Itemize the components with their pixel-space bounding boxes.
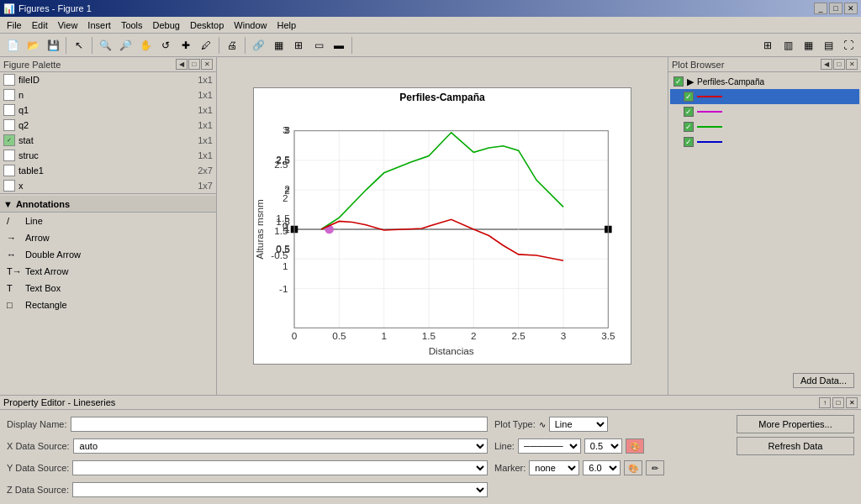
annotation-item-double-arrow[interactable]: ↔Double Arrow — [0, 246, 216, 263]
menu-insert[interactable]: Insert — [82, 19, 116, 31]
var-row-table1[interactable]: table12x7 — [0, 163, 216, 178]
marker-size-select[interactable]: 6.0 8.0 10.0 — [583, 460, 621, 475]
annotations-label: Annotations — [16, 199, 70, 209]
pb-checkbox-4[interactable]: ✓ — [684, 137, 694, 147]
menu-view[interactable]: View — [53, 19, 83, 31]
close-button[interactable]: ✕ — [844, 3, 858, 14]
plot-type-select[interactable]: Line — [549, 417, 608, 432]
plot-browser-controls: ◀ □ ✕ — [821, 59, 858, 70]
pb-checkbox-3[interactable]: ✓ — [684, 122, 694, 132]
prop-undock-btn[interactable]: ↑ — [819, 397, 831, 408]
pb-item-folder[interactable]: ✓ ▶ Perfiles-Campaña — [670, 74, 859, 89]
frame-button[interactable]: ▭ — [309, 36, 328, 55]
svg-text:2.5: 2.5 — [512, 330, 526, 341]
menu-file[interactable]: File — [2, 19, 27, 31]
marker-edge-color-button[interactable]: ✏ — [646, 460, 664, 475]
toolbar-sep-1 — [66, 37, 66, 54]
annotation-item-line[interactable]: /Line — [0, 213, 216, 229]
annotation-icon: → — [7, 233, 20, 243]
palette-dock-btn[interactable]: ◀ — [176, 59, 188, 70]
zoom-in-button[interactable]: 🔍 — [96, 36, 114, 55]
annotation-item-rectangle[interactable]: □Rectangle — [0, 297, 216, 313]
rotate-button[interactable]: ↺ — [156, 36, 175, 55]
menu-edit[interactable]: Edit — [27, 19, 53, 31]
palette-close-btn[interactable]: ✕ — [201, 59, 213, 70]
grid2-button[interactable]: ▦ — [269, 36, 288, 55]
menu-help[interactable]: Help — [272, 19, 301, 31]
xdata-select[interactable]: auto — [73, 438, 488, 454]
marker-face-color-button[interactable]: 🎨 — [624, 460, 642, 475]
var-row-fileID[interactable]: fileID1x1 — [0, 72, 216, 87]
pb-checkbox-0[interactable]: ✓ — [673, 76, 684, 87]
layout2-button[interactable]: ▥ — [779, 36, 797, 55]
annotations-header[interactable]: ▼ Annotations — [0, 196, 216, 213]
var-row-x[interactable]: x1x7 — [0, 178, 216, 193]
menu-debug[interactable]: Debug — [148, 19, 185, 31]
pb-dock-btn[interactable]: ◀ — [821, 59, 832, 70]
new-button[interactable]: 📄 — [3, 36, 22, 55]
annotation-label: Text Box — [25, 283, 61, 293]
pb-checkbox-1[interactable]: ✓ — [684, 92, 694, 102]
cursor-tool[interactable]: ↖ — [70, 36, 88, 55]
maximize-button[interactable]: □ — [829, 3, 843, 14]
pan-button[interactable]: ✋ — [136, 36, 155, 55]
figure-palette: Figure Palette ◀ □ ✕ fileID1x1n1x1q11x1q… — [0, 57, 217, 395]
plot-type-label: Plot Type: — [494, 419, 536, 429]
menu-desktop[interactable]: Desktop — [185, 19, 229, 31]
var-name-label: table1 — [18, 165, 194, 176]
annotation-item-text-box[interactable]: TText Box — [0, 280, 216, 297]
ydata-select[interactable] — [72, 460, 488, 475]
line-style-select[interactable]: ────── - - - - ········ -·-·-· — [518, 438, 581, 454]
pb-checkbox-2[interactable]: ✓ — [684, 107, 694, 117]
data-cursor-button[interactable]: ✚ — [177, 36, 195, 55]
prop-left-col: Display Name: X Data Source: auto Y Data… — [7, 415, 488, 499]
var-row-q2[interactable]: q21x1 — [0, 118, 216, 133]
svg-text:-0.5: -0.5 — [271, 249, 288, 260]
more-properties-button[interactable]: More Properties... — [737, 415, 854, 433]
svg-text:1: 1 — [381, 330, 387, 341]
add-data-button[interactable]: Add Data... — [793, 373, 854, 388]
pb-item-2[interactable]: ✓ — [670, 119, 859, 134]
var-row-q1[interactable]: q11x1 — [0, 102, 216, 118]
pb-close-btn[interactable]: ✕ — [846, 59, 858, 70]
brush-button[interactable]: 🖊 — [197, 36, 215, 55]
prop-close-btn[interactable]: ✕ — [846, 397, 858, 408]
box-button[interactable]: ▬ — [330, 36, 348, 55]
svg-text:2.5: 2.5 — [274, 159, 288, 170]
display-name-input[interactable] — [71, 417, 488, 432]
palette-undock-btn[interactable]: □ — [188, 59, 200, 70]
var-row-n[interactable]: n1x1 — [0, 87, 216, 102]
var-row-struc[interactable]: struc1x1 — [0, 148, 216, 163]
menu-tools[interactable]: Tools — [116, 19, 148, 31]
pb-item-1[interactable]: ✓ — [670, 104, 859, 119]
var-row-stat[interactable]: ✓stat1x1 — [0, 133, 216, 148]
link-button[interactable]: 🔗 — [249, 36, 267, 55]
fullscreen-button[interactable]: ⛶ — [839, 36, 858, 55]
plot-type-row: Plot Type: ∿ Line — [494, 415, 730, 433]
svg-text:3: 3 — [561, 330, 567, 341]
pb-undock-btn[interactable]: □ — [833, 59, 845, 70]
minimize-button[interactable]: _ — [814, 3, 827, 14]
grid4-button[interactable]: ⊞ — [289, 36, 308, 55]
pb-item-3[interactable]: ✓ — [670, 134, 859, 150]
line-color-button[interactable]: 🎨 — [626, 438, 644, 454]
zdata-select[interactable] — [72, 482, 488, 497]
svg-text:1.5: 1.5 — [422, 330, 436, 341]
marker-type-select[interactable]: none + o * — [529, 460, 579, 475]
zoom-out-button[interactable]: 🔎 — [116, 36, 135, 55]
save-button[interactable]: 💾 — [44, 36, 62, 55]
print-button[interactable]: 🖨 — [223, 36, 241, 55]
grid-layout-button[interactable]: ⊞ — [758, 36, 777, 55]
refresh-data-button[interactable]: Refresh Data — [737, 437, 854, 455]
layout3-button[interactable]: ▦ — [799, 36, 817, 55]
line-width-select[interactable]: 0.5 1.0 1.5 2.0 — [584, 438, 622, 454]
annotation-item-arrow[interactable]: →Arrow — [0, 229, 216, 246]
annotation-item-text-arrow[interactable]: T→Text Arrow — [0, 263, 216, 280]
menu-window[interactable]: Window — [229, 19, 272, 31]
pb-line-2 — [697, 126, 722, 128]
open-button[interactable]: 📂 — [24, 36, 42, 55]
title-bar: 📊 Figures - Figure 1 _ □ ✕ — [0, 0, 861, 17]
layout4-button[interactable]: ▤ — [819, 36, 837, 55]
pb-item-0[interactable]: ✓ — [670, 89, 859, 104]
prop-float-btn[interactable]: □ — [832, 397, 844, 408]
